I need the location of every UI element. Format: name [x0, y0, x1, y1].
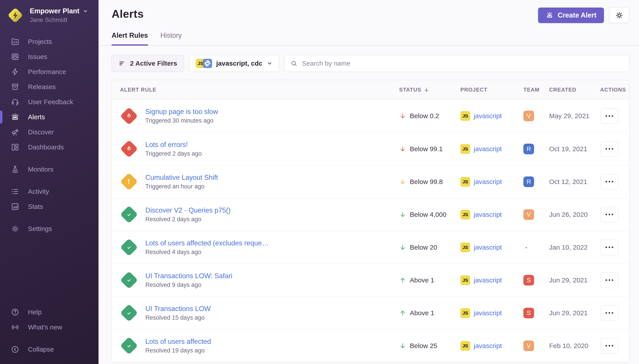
row-actions-button[interactable]: [600, 207, 618, 222]
alert-rule-link[interactable]: UI Transactions LOW: Safari: [145, 272, 232, 280]
alert-rule-cell: Lots of users affected (excludes reque… …: [112, 238, 399, 256]
project-link[interactable]: javascript: [474, 145, 502, 153]
javascript-project-icon: JS: [460, 308, 470, 318]
filter-icon: [119, 60, 126, 67]
alert-rule-cell: ! Cumulative Layout Shift Triggered an h…: [112, 173, 399, 191]
table-row[interactable]: Discover V2 - Queries p75() Resolved 2 d…: [112, 198, 629, 231]
sidebar-item-settings[interactable]: Settings: [0, 221, 99, 236]
team-cell: S: [523, 275, 549, 286]
alert-rule-link[interactable]: Lots of users affected: [145, 338, 211, 346]
alert-rules-table: Alert RuleStatusProjectTeamCreatedAction…: [112, 80, 629, 362]
active-filters-button[interactable]: 2 Active Filters: [112, 55, 184, 72]
alert-rule-link[interactable]: Discover V2 - Queries p75(): [145, 206, 230, 214]
table-row[interactable]: Lots of users affected Resolved 19 days …: [112, 329, 629, 362]
sidebar-item-alerts[interactable]: Alerts: [0, 110, 99, 124]
table-row[interactable]: Lots of errors! Triggered 2 days ago Bel…: [112, 132, 629, 165]
table-row[interactable]: Lots of users affected (excludes reque… …: [112, 231, 629, 264]
sidebar-item-label: Stats: [28, 203, 43, 210]
project-link[interactable]: javascript: [474, 342, 502, 350]
sidebar-item-activity[interactable]: Activity: [0, 184, 99, 199]
active-indicator: [0, 110, 3, 124]
sidebar-item-discover[interactable]: Discover: [0, 124, 99, 140]
project-link[interactable]: javascript: [474, 178, 502, 186]
alert-rule-activity: Resolved 9 days ago: [145, 282, 232, 288]
user-feedback-icon: [11, 98, 20, 106]
table-row[interactable]: Signup page is too slow Triggered 30 min…: [112, 100, 629, 132]
sidebar-item-help[interactable]: Help: [0, 304, 99, 320]
gear-icon: [615, 11, 623, 20]
org-switcher[interactable]: Empower Plant Jane Schmidt: [0, 0, 99, 29]
sidebar-item-performance[interactable]: Performance: [0, 64, 99, 79]
row-actions-button[interactable]: [600, 305, 618, 321]
javascript-project-icon: JS: [460, 111, 470, 121]
siren-icon: [546, 11, 554, 19]
project-link[interactable]: javascript: [474, 211, 502, 218]
sidebar-item-label: Performance: [28, 68, 66, 76]
team-avatar: S: [523, 308, 534, 318]
team-cell: S: [523, 308, 549, 318]
sidebar-item-stats[interactable]: Stats: [0, 199, 99, 214]
sidebar-item-dashboards[interactable]: Dashboards: [0, 140, 99, 155]
releases-icon: [11, 82, 20, 91]
alert-rule-link[interactable]: Lots of users affected (excludes reque…: [145, 239, 269, 247]
row-actions-button[interactable]: [600, 338, 618, 354]
team-avatar: R: [523, 176, 534, 187]
arrow-down-icon: [399, 178, 406, 185]
alert-rule-cell: UI Transactions LOW Resolved 15 days ago: [112, 304, 399, 322]
tab-alert-rules[interactable]: Alert Rules: [112, 32, 148, 46]
alert-settings-button[interactable]: [609, 8, 629, 23]
column-header-status[interactable]: Status: [399, 87, 460, 93]
created-cell: Jun 29, 2021: [549, 276, 600, 284]
table-row[interactable]: UI Transactions LOW: Safari Resolved 9 d…: [112, 264, 629, 296]
project-cell: JS javascript: [460, 341, 523, 351]
page-title: Alerts: [112, 8, 144, 20]
sidebar-item-releases[interactable]: Releases: [0, 79, 99, 94]
team-avatar: R: [523, 144, 534, 154]
project-link[interactable]: javascript: [474, 112, 502, 120]
sidebar-item-monitors[interactable]: Monitors: [0, 162, 99, 177]
alert-rule-link[interactable]: Lots of errors!: [145, 141, 202, 149]
created-cell: Jan 10, 2022: [549, 244, 600, 251]
fire-icon: [125, 112, 132, 120]
filter-icon: [119, 60, 126, 67]
project-link[interactable]: javascript: [474, 276, 502, 284]
project-link[interactable]: javascript: [474, 309, 502, 317]
row-actions-button[interactable]: [600, 174, 618, 190]
project-selector[interactable]: JS javascript, cdc: [189, 55, 279, 72]
sidebar-item-issues[interactable]: Issues: [0, 49, 99, 64]
row-actions-button[interactable]: [600, 272, 618, 288]
create-alert-button[interactable]: Create Alert: [538, 8, 604, 23]
sidebar-item-user-feedback[interactable]: User Feedback: [0, 94, 99, 110]
search-icon: [290, 60, 297, 67]
team-avatar: V: [523, 340, 534, 351]
fire-icon: [125, 146, 132, 152]
sidebar-nav: ProjectsIssuesPerformanceReleasesUser Fe…: [0, 34, 99, 236]
project-link[interactable]: javascript: [474, 244, 502, 251]
search-input[interactable]: [302, 60, 623, 67]
table-header-row: Alert RuleStatusProjectTeamCreatedAction…: [112, 80, 629, 100]
performance-icon: [11, 68, 20, 76]
alert-rule-link[interactable]: Signup page is too slow: [145, 108, 218, 116]
sidebar-item-collapse[interactable]: Collapse: [0, 342, 99, 357]
alert-rule-link[interactable]: UI Transactions LOW: [145, 305, 211, 313]
alert-status-icon: [120, 206, 138, 224]
table-row[interactable]: ! Cumulative Layout Shift Triggered an h…: [112, 165, 629, 198]
sort-desc-icon: [424, 87, 429, 93]
tab-history[interactable]: History: [160, 32, 182, 46]
sidebar-item-what-s-new[interactable]: What's new: [0, 320, 99, 335]
javascript-project-icon: JS: [460, 275, 470, 285]
alert-rule-cell: Lots of errors! Triggered 2 days ago: [112, 140, 399, 158]
alert-rule-link[interactable]: Cumulative Layout Shift: [145, 174, 218, 182]
sidebar-item-projects[interactable]: Projects: [0, 34, 99, 49]
app-root: Empower Plant Jane Schmidt ProjectsIssue…: [0, 0, 639, 364]
project-cell: JS javascript: [460, 210, 523, 220]
row-actions-button[interactable]: [600, 141, 618, 157]
search-icon: [290, 60, 297, 67]
sidebar-item-label: Collapse: [28, 346, 54, 353]
row-actions-button[interactable]: [600, 240, 618, 255]
arrow-up-icon: [399, 277, 406, 284]
row-actions-button[interactable]: [600, 108, 618, 124]
python-project-icon: [203, 59, 212, 68]
status-threshold: Below 0.2: [410, 112, 439, 120]
table-row[interactable]: UI Transactions LOW Resolved 15 days ago…: [112, 296, 629, 329]
